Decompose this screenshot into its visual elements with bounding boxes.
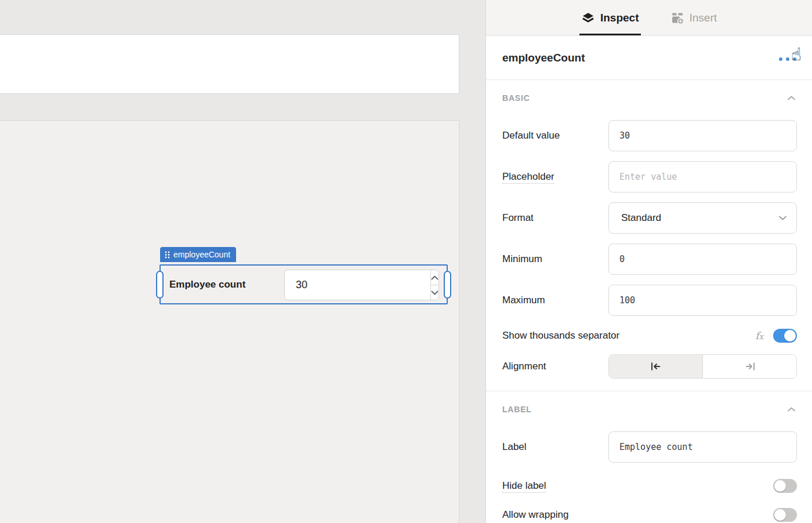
inspector-panel: Inspect Insert employeeCount bbox=[485, 0, 812, 523]
drag-handle-icon bbox=[165, 251, 170, 259]
alignment-label: Alignment bbox=[502, 361, 608, 372]
layers-icon bbox=[581, 11, 595, 25]
insert-component-icon bbox=[670, 11, 684, 25]
minimum-input[interactable] bbox=[608, 244, 797, 275]
ellipsis-icon bbox=[778, 57, 797, 61]
chevron-down-icon bbox=[431, 290, 438, 295]
spinner-up-button[interactable] bbox=[431, 270, 438, 285]
inspector-body: BASIC Default value Placeholder bbox=[486, 80, 812, 523]
format-select-value: Standard bbox=[621, 212, 661, 224]
canvas-substrip bbox=[0, 94, 459, 121]
chevron-up-icon bbox=[431, 275, 438, 280]
align-right-button[interactable] bbox=[703, 355, 796, 378]
thousands-separator-toggle[interactable] bbox=[773, 329, 797, 343]
align-right-icon bbox=[744, 362, 756, 371]
tab-inspect-label: Inspect bbox=[600, 12, 639, 24]
minimum-label: Minimum bbox=[502, 253, 608, 265]
component-name-title: employeeCount bbox=[502, 52, 585, 64]
field-row-format: Format Standard bbox=[486, 202, 812, 234]
field-row-thousands-separator: Show thousands separator fx bbox=[486, 323, 812, 348]
collapse-label-button[interactable] bbox=[787, 406, 796, 412]
canvas[interactable]: employeeCount Employee count bbox=[0, 121, 459, 523]
label-field-label: Label bbox=[502, 441, 608, 453]
chevron-up-icon bbox=[787, 406, 796, 412]
fx-icon[interactable]: fx bbox=[755, 330, 763, 342]
tab-insert[interactable]: Insert bbox=[670, 0, 717, 35]
tab-inspect[interactable]: Inspect bbox=[581, 0, 639, 35]
tab-insert-label: Insert bbox=[690, 12, 717, 24]
field-row-label: Label bbox=[486, 431, 812, 463]
inspector-tabbar: Inspect Insert bbox=[486, 0, 812, 36]
default-value-input[interactable] bbox=[608, 120, 797, 151]
allow-wrapping-label: Allow wrapping bbox=[502, 509, 568, 521]
number-input-widget bbox=[284, 270, 439, 300]
placeholder-input[interactable] bbox=[608, 161, 797, 193]
maximum-input[interactable] bbox=[608, 285, 797, 316]
field-row-placeholder: Placeholder bbox=[486, 161, 812, 193]
component-tag-label: employeeCount bbox=[173, 250, 230, 259]
resize-handle-left[interactable] bbox=[156, 271, 164, 299]
format-label: Format bbox=[502, 212, 608, 224]
field-row-alignment: Alignment bbox=[486, 354, 812, 379]
number-input-field[interactable] bbox=[285, 270, 430, 300]
section-label-header: LABEL bbox=[486, 391, 812, 414]
spinner-down-button[interactable] bbox=[431, 285, 438, 300]
number-spinner bbox=[430, 270, 438, 300]
component-tag[interactable]: employeeCount bbox=[160, 247, 236, 262]
allow-wrapping-toggle[interactable] bbox=[773, 508, 797, 522]
alignment-segmented-control bbox=[608, 354, 797, 379]
default-value-label: Default value bbox=[502, 130, 608, 141]
align-left-button[interactable] bbox=[609, 355, 703, 378]
app-screen: employeeCount Employee count bbox=[0, 0, 812, 523]
thousands-separator-label: Show thousands separator bbox=[502, 330, 619, 342]
canvas-region: employeeCount Employee count bbox=[0, 0, 485, 523]
collapse-basic-button[interactable] bbox=[787, 95, 796, 101]
inspector-header: employeeCount ☝ bbox=[486, 36, 812, 80]
chevron-down-icon bbox=[778, 215, 787, 221]
field-row-minimum: Minimum bbox=[486, 244, 812, 275]
hide-label-toggle[interactable] bbox=[773, 479, 797, 493]
field-row-maximum: Maximum bbox=[486, 285, 812, 316]
number-input-component[interactable]: Employee count bbox=[160, 264, 448, 304]
field-row-allow-wrapping: Allow wrapping bbox=[486, 502, 812, 523]
placeholder-label: Placeholder bbox=[502, 171, 608, 183]
maximum-label: Maximum bbox=[502, 295, 608, 306]
field-row-hide-label: Hide label bbox=[486, 473, 812, 499]
hide-label-label: Hide label bbox=[502, 480, 546, 492]
section-basic-title: BASIC bbox=[502, 93, 530, 103]
canvas-header-container[interactable] bbox=[0, 34, 459, 94]
field-row-default-value: Default value bbox=[486, 120, 812, 151]
section-basic-header: BASIC bbox=[486, 80, 812, 103]
resize-handle-right[interactable] bbox=[444, 271, 451, 299]
chevron-up-icon bbox=[787, 95, 796, 101]
section-label-title: LABEL bbox=[502, 405, 532, 414]
format-select[interactable]: Standard bbox=[608, 202, 797, 234]
align-left-icon bbox=[650, 362, 662, 371]
label-input[interactable] bbox=[608, 431, 797, 463]
more-menu-button[interactable] bbox=[778, 53, 797, 64]
